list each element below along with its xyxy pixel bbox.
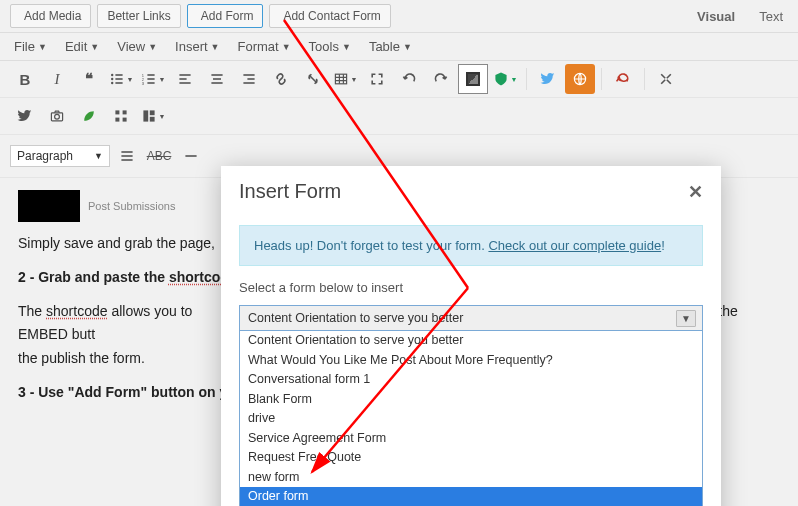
form-option[interactable]: new form	[240, 468, 702, 488]
menu-tools[interactable]: Tools ▼	[309, 39, 351, 54]
form-option[interactable]: Blank Form	[240, 390, 702, 410]
leaf-icon[interactable]	[74, 101, 104, 131]
add-contact-form-label: Add Contact Form	[283, 9, 380, 23]
svg-rect-21	[211, 82, 222, 84]
media-buttons-row: Add Media Better Links Add Form Add Cont…	[0, 0, 798, 33]
grid-icon[interactable]	[106, 101, 136, 131]
menu-file[interactable]: File ▼	[14, 39, 47, 54]
add-media-button[interactable]: Add Media	[10, 4, 91, 28]
paragraph-format-select[interactable]: Paragraph ▼	[10, 145, 110, 167]
twitter-icon-2[interactable]	[10, 101, 40, 131]
svg-rect-20	[213, 78, 221, 80]
form-option[interactable]: drive	[240, 409, 702, 429]
strikethrough-button[interactable]: ABC	[144, 141, 174, 171]
image-box-icon[interactable]	[458, 64, 488, 94]
svg-point-6	[111, 78, 113, 80]
form-select-dropdown: Content Orientation to serve you better …	[239, 331, 703, 506]
numbered-list-button[interactable]: 123▼	[138, 64, 168, 94]
menu-edit[interactable]: Edit ▼	[65, 39, 99, 54]
svg-rect-39	[185, 155, 196, 157]
svg-rect-11	[147, 74, 154, 76]
svg-rect-25	[335, 74, 346, 84]
svg-point-4	[111, 74, 113, 76]
svg-text:3: 3	[141, 81, 144, 86]
form-option-selected[interactable]: Order form	[240, 487, 702, 506]
svg-rect-7	[115, 78, 122, 80]
better-links-label: Better Links	[107, 9, 170, 23]
align-left-button[interactable]	[170, 64, 200, 94]
insert-form-modal: Insert Form ✕ Heads up! Don't forget to …	[221, 166, 721, 506]
svg-rect-16	[179, 74, 190, 76]
menu-insert[interactable]: Insert ▼	[175, 39, 219, 54]
svg-rect-13	[147, 78, 154, 80]
align-right-button[interactable]	[234, 64, 264, 94]
svg-rect-34	[149, 110, 154, 115]
bold-button[interactable]: B	[10, 64, 40, 94]
svg-rect-30	[123, 110, 127, 114]
add-form-top-label: Add Form	[201, 9, 254, 23]
svg-rect-19	[211, 74, 222, 76]
bullet-list-button[interactable]: ▼	[106, 64, 136, 94]
insert-table-button[interactable]: ▼	[330, 64, 360, 94]
form-select-value: Content Orientation to serve you better	[248, 311, 463, 325]
svg-point-28	[55, 114, 60, 119]
svg-rect-15	[147, 82, 154, 84]
form-option[interactable]: Service Agreement Form	[240, 429, 702, 449]
horizontal-rule-button[interactable]	[176, 141, 206, 171]
chevron-down-icon: ▼	[403, 42, 412, 52]
better-links-button[interactable]: Better Links	[97, 4, 180, 28]
menu-bar: File ▼ Edit ▼ View ▼ Insert ▼ Format ▼ T…	[0, 33, 798, 61]
unlink-button[interactable]	[298, 64, 328, 94]
layout-icon[interactable]: ▼	[138, 101, 168, 131]
add-form-button-top[interactable]: Add Form	[187, 4, 264, 28]
svg-rect-24	[243, 82, 254, 84]
svg-rect-37	[121, 155, 132, 157]
guide-link[interactable]: Check out our complete guide	[488, 238, 661, 253]
form-select[interactable]: Content Orientation to serve you better	[239, 305, 703, 331]
paragraph-format-label: Paragraph	[17, 149, 73, 163]
shield-icon[interactable]: ▼	[490, 64, 520, 94]
form-option[interactable]: Request Free Quote	[240, 448, 702, 468]
chevron-down-icon: ▼	[148, 42, 157, 52]
chevron-down-icon: ▼	[90, 42, 99, 52]
menu-table[interactable]: Table ▼	[369, 39, 412, 54]
menu-view[interactable]: View ▼	[117, 39, 157, 54]
twitter-icon[interactable]	[533, 64, 563, 94]
align-center-button[interactable]	[202, 64, 232, 94]
fullscreen-button[interactable]	[362, 64, 392, 94]
link-button[interactable]	[266, 64, 296, 94]
text-tab[interactable]: Text	[754, 6, 788, 27]
svg-rect-33	[143, 110, 148, 121]
redo-button[interactable]	[426, 64, 456, 94]
svg-rect-23	[247, 78, 254, 80]
chevron-down-icon: ▼	[211, 42, 220, 52]
modal-title: Insert Form	[239, 180, 341, 203]
svg-rect-36	[121, 151, 132, 153]
visual-tab[interactable]: Visual	[692, 6, 740, 27]
camera-icon[interactable]	[42, 101, 72, 131]
menu-format[interactable]: Format ▼	[238, 39, 291, 54]
form-option[interactable]: Content Orientation to serve you better	[240, 331, 702, 351]
form-option[interactable]: Conversational form 1	[240, 370, 702, 390]
svg-rect-31	[115, 118, 119, 122]
blockquote-button[interactable]: ❝	[74, 64, 104, 94]
italic-button[interactable]: I	[42, 64, 72, 94]
add-contact-form-button[interactable]: Add Contact Form	[269, 4, 390, 28]
svg-rect-32	[123, 118, 127, 122]
expand-icon[interactable]	[651, 64, 681, 94]
chevron-down-icon: ▼	[38, 42, 47, 52]
add-media-label: Add Media	[24, 9, 81, 23]
undo-button[interactable]	[394, 64, 424, 94]
justify-button[interactable]	[112, 141, 142, 171]
form-option[interactable]: What Would You Like Me Post About More F…	[240, 351, 702, 371]
chevron-down-icon: ▼	[342, 42, 351, 52]
svg-rect-9	[115, 82, 122, 84]
svg-rect-38	[121, 159, 132, 161]
globe-icon[interactable]	[565, 64, 595, 94]
formatting-toolbar-2: ▼	[0, 98, 798, 135]
svg-point-8	[111, 82, 113, 84]
modal-close-button[interactable]: ✕	[688, 181, 703, 203]
refresh-icon[interactable]	[608, 64, 638, 94]
svg-rect-22	[243, 74, 254, 76]
editor-mode-tabs: Visual Text	[692, 6, 788, 27]
